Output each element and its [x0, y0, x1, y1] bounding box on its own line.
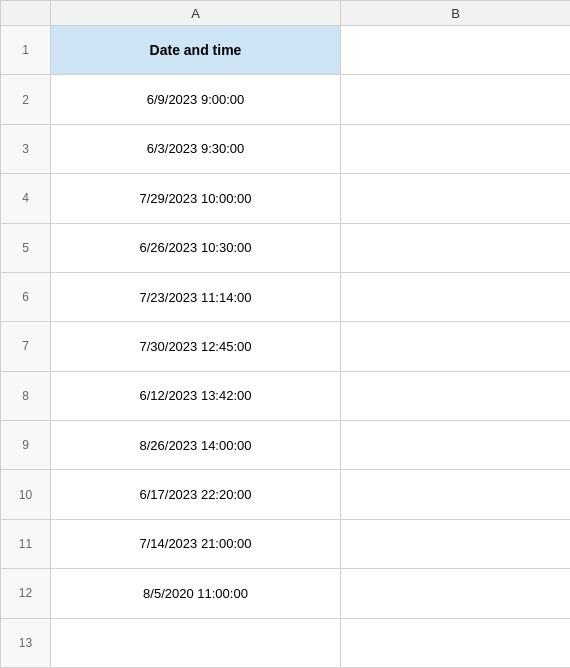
row-number: 3	[1, 124, 51, 173]
cell-col-a[interactable]: 6/9/2023 9:00:00	[51, 75, 341, 124]
row-number: 1	[1, 26, 51, 75]
table-row[interactable]: 128/5/2020 11:00:00	[1, 569, 571, 618]
table-row[interactable]: 13	[1, 618, 571, 668]
cell-col-a[interactable]: 7/14/2023 21:00:00	[51, 519, 341, 568]
row-number: 7	[1, 322, 51, 371]
cell-col-b[interactable]	[341, 371, 571, 420]
cell-col-a[interactable]: 6/12/2023 13:42:00	[51, 371, 341, 420]
table-row[interactable]: 117/14/2023 21:00:00	[1, 519, 571, 568]
cell-col-a[interactable]: 6/17/2023 22:20:00	[51, 470, 341, 519]
table-row[interactable]: 47/29/2023 10:00:00	[1, 174, 571, 223]
row-number: 4	[1, 174, 51, 223]
column-header-a[interactable]: A	[51, 1, 341, 26]
cell-col-b[interactable]	[341, 519, 571, 568]
table-row[interactable]: 67/23/2023 11:14:00	[1, 272, 571, 321]
row-number: 13	[1, 618, 51, 668]
cell-col-a[interactable]: 6/26/2023 10:30:00	[51, 223, 341, 272]
corner-cell	[1, 1, 51, 26]
table-row[interactable]: 86/12/2023 13:42:00	[1, 371, 571, 420]
cell-col-a[interactable]: 7/29/2023 10:00:00	[51, 174, 341, 223]
table-row[interactable]: 106/17/2023 22:20:00	[1, 470, 571, 519]
row-number: 10	[1, 470, 51, 519]
cell-col-b[interactable]	[341, 322, 571, 371]
spreadsheet: A B 1Date and time26/9/2023 9:00:0036/3/…	[0, 0, 570, 668]
table-row[interactable]: 1Date and time	[1, 26, 571, 75]
cell-col-a[interactable]: 6/3/2023 9:30:00	[51, 124, 341, 173]
cell-col-a[interactable]: 8/5/2020 11:00:00	[51, 569, 341, 618]
cell-col-b[interactable]	[341, 223, 571, 272]
cell-col-b[interactable]	[341, 618, 571, 668]
cell-col-b[interactable]	[341, 26, 571, 75]
cell-col-b[interactable]	[341, 272, 571, 321]
table-row[interactable]: 56/26/2023 10:30:00	[1, 223, 571, 272]
table-row[interactable]: 77/30/2023 12:45:00	[1, 322, 571, 371]
cell-col-b[interactable]	[341, 569, 571, 618]
row-number: 9	[1, 421, 51, 470]
column-header-b[interactable]: B	[341, 1, 571, 26]
table-row[interactable]: 26/9/2023 9:00:00	[1, 75, 571, 124]
cell-col-b[interactable]	[341, 75, 571, 124]
cell-col-a[interactable]: 7/23/2023 11:14:00	[51, 272, 341, 321]
row-number: 5	[1, 223, 51, 272]
cell-col-b[interactable]	[341, 470, 571, 519]
cell-col-a[interactable]: 7/30/2023 12:45:00	[51, 322, 341, 371]
cell-col-a[interactable]: Date and time	[51, 26, 341, 75]
cell-col-a[interactable]: 8/26/2023 14:00:00	[51, 421, 341, 470]
row-number: 11	[1, 519, 51, 568]
cell-col-b[interactable]	[341, 421, 571, 470]
row-number: 8	[1, 371, 51, 420]
row-number: 2	[1, 75, 51, 124]
column-headers: A B	[1, 1, 571, 26]
row-number: 6	[1, 272, 51, 321]
table-row[interactable]: 36/3/2023 9:30:00	[1, 124, 571, 173]
row-number: 12	[1, 569, 51, 618]
table-row[interactable]: 98/26/2023 14:00:00	[1, 421, 571, 470]
cell-col-b[interactable]	[341, 124, 571, 173]
cell-col-a[interactable]	[51, 618, 341, 668]
cell-col-b[interactable]	[341, 174, 571, 223]
